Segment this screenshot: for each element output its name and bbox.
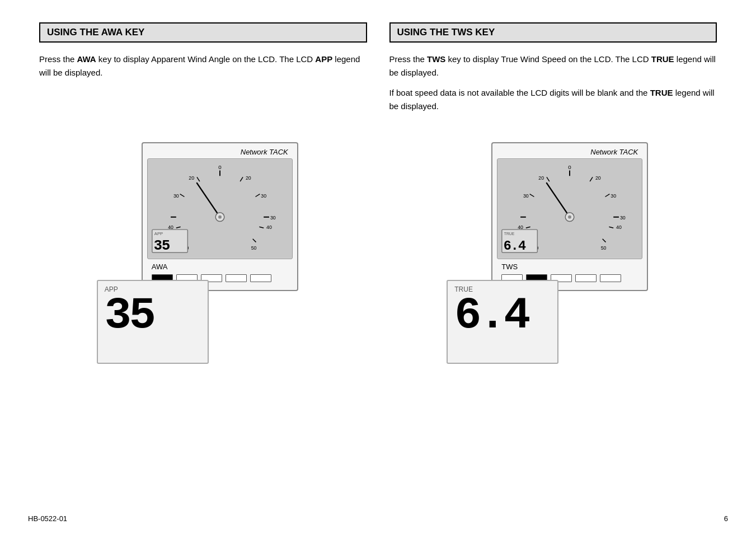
svg-text:50: 50 [601,245,607,251]
svg-text:30: 30 [173,193,179,199]
page: USING THE AWA KEY Press the AWA key to d… [0,0,756,534]
diagrams-row: Network TACK 0 [28,142,728,291]
app-bold: APP [315,54,332,64]
right-section-text1: Press the TWS key to display True Wind S… [389,53,717,79]
left-section-header: USING THE AWA KEY [39,22,367,43]
svg-text:0: 0 [569,164,572,170]
left-device-label: AWA [149,263,290,271]
right-lcd-big: TRUE 6.4 [447,280,558,364]
right-section-text2: If boat speed data is not available the … [389,86,717,113]
svg-text:30: 30 [270,215,276,221]
right-gauge: 0 20 30 20 30 30 [497,158,642,259]
svg-text:30: 30 [611,193,617,199]
svg-text:0: 0 [218,164,222,170]
svg-text:20: 20 [539,175,544,181]
svg-text:40: 40 [616,224,622,230]
svg-text:6.4: 6.4 [504,238,526,254]
svg-text:50: 50 [251,245,256,251]
left-lcd-big: APP 35 [97,280,209,364]
left-btn-5[interactable] [250,274,271,282]
left-diagram-area: Network TACK 0 [28,142,378,291]
top-sections: USING THE AWA KEY Press the AWA key to d… [28,17,728,125]
right-section-header: USING THE TWS KEY [389,22,717,43]
footer-right: 6 [724,514,728,523]
svg-text:TRUE: TRUE [504,232,515,236]
left-network-tack-label: Network TACK [147,148,293,156]
svg-text:30: 30 [261,193,266,199]
right-device-label: TWS [499,263,640,271]
footer: HB-0522-01 6 [28,514,728,523]
right-diagram-area: Network TACK 0 20 30 [378,142,729,291]
svg-text:30: 30 [523,193,529,199]
svg-text:20: 20 [246,175,251,181]
right-network-tack-label: Network TACK [497,148,642,156]
left-gauge-svg: 0 20 30 20 30 [148,159,292,259]
right-instrument-device: Network TACK 0 20 30 [491,142,648,291]
tws-bold: TWS [427,54,445,64]
left-gauge: 0 20 30 20 30 [147,158,293,259]
left-instrument-device: Network TACK 0 [142,142,298,291]
svg-point-24 [218,216,222,219]
svg-text:30: 30 [620,215,626,221]
right-gauge-svg: 0 20 30 20 30 30 [497,159,642,259]
right-lcd-big-digits: 6.4 [454,293,551,338]
true-bold2: TRUE [650,88,673,97]
left-section: USING THE AWA KEY Press the AWA key to d… [28,17,378,125]
right-btn-5[interactable] [600,274,621,282]
svg-text:20: 20 [189,175,194,181]
footer-left: HB-0522-01 [28,514,67,523]
left-btn-4[interactable] [226,274,247,282]
svg-text:20: 20 [595,175,601,181]
right-btn-4[interactable] [575,274,597,282]
right-section: USING THE TWS KEY Press the TWS key to d… [378,17,729,125]
awa-bold: AWA [77,54,96,64]
svg-text:40: 40 [266,224,272,230]
left-section-text: Press the AWA key to display Apparent Wi… [39,53,367,79]
left-lcd-big-digits: 35 [105,293,201,338]
true-bold1: TRUE [651,54,674,64]
svg-text:APP: APP [154,231,163,236]
svg-text:35: 35 [154,238,170,254]
svg-point-52 [568,216,571,219]
